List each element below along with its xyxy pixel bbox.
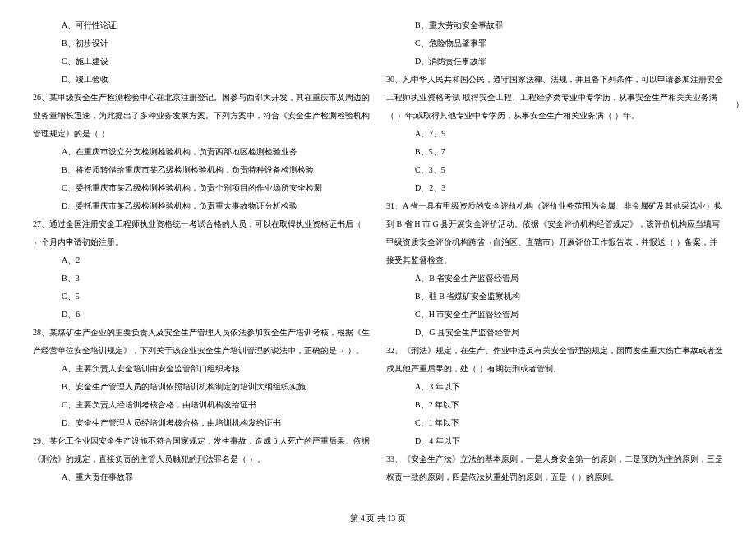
q25-option-c: C、施工建设 (33, 53, 370, 71)
q26-option-a: A、在重庆市设立分支检测检验机构，负责西部地区检测检验业务 (33, 143, 370, 161)
q31-stem: 31、A 省一具有甲级资质的安全评价机构（评价业务范围为金属、非金属矿及其他采选… (386, 197, 723, 269)
q31-option-a: A、B 省安全生产监督经管局 (386, 269, 723, 288)
left-column: A、可行性论证 B、初步设计 C、施工建设 D、竣工验收 26、某甲级安全生产检… (33, 16, 370, 486)
q32-option-b: B、2 年以下 (386, 396, 723, 414)
q29-option-a: A、重大责任事故罪 (33, 468, 370, 486)
q27-option-a: A、2 (33, 251, 370, 269)
q30-option-b: B、5、7 (386, 143, 723, 161)
page-content: A、可行性论证 B、初步设计 C、施工建设 D、竣工验收 26、某甲级安全生产检… (0, 0, 756, 511)
q30-option-c: C、3、5 (386, 161, 723, 179)
q27-option-d: D、6 (33, 306, 370, 324)
q29-option-c: C、危险物品肇事罪 (386, 35, 723, 53)
q31-option-d: D、G 县安全生产监督经管局 (386, 324, 723, 342)
q28-option-b: B、安全生产管理人员的培训依照培训机构制定的培训大纲组织实施 (33, 378, 370, 396)
q32-option-d: D、4 年以下 (386, 432, 723, 450)
q27-option-c: C、5 (33, 288, 370, 306)
q30-option-d: D、2、3 (386, 179, 723, 197)
q32-option-a: A、3 年以下 (386, 378, 723, 396)
q31-option-b: B、驻 B 省煤矿安全监察机构 (386, 288, 723, 306)
q28-option-a: A、主要负责人安全培训由安全监管部门组织考核 (33, 360, 370, 378)
q30-stem: 30、凡中华人民共和国公民，遵守国家法律、法规，并且备下列条件，可以申请参加注册… (386, 71, 723, 125)
q25-option-a: A、可行性论证 (33, 16, 370, 35)
q32-stem: 32、《刑法》规定，在生产、作业中违反有关安全管理的规定，因而发生重大伤亡事故或… (386, 342, 723, 378)
q26-option-d: D、委托重庆市某乙级检测检验机构，负责重大事故物证分析检验 (33, 197, 370, 215)
q32-option-c: C、1 年以下 (386, 414, 723, 432)
page-footer: 第 4 页 共 13 页 (0, 513, 756, 524)
paren-mark: ） (735, 99, 744, 110)
q25-option-b: B、初步设计 (33, 35, 370, 53)
q30-option-a: A、7、9 (386, 125, 723, 143)
q27-option-b: B、3 (33, 269, 370, 288)
q31-option-c: C、H 市安全生产监督经管局 (386, 306, 723, 324)
right-column: B、重大劳动安全事故罪 C、危险物品肇事罪 D、消防责任事故罪 30、凡中华人民… (386, 16, 723, 486)
q26-option-c: C、委托重庆市某乙级检测检验机构，负责个别项目的作业场所安全检测 (33, 179, 370, 197)
q26-stem: 26、某甲级安全生产检测检验中心在北京注册登记。因参与西部大开发，其在重庆市及周… (33, 89, 370, 143)
q26-option-b: B、将资质转借给重庆市某乙级检测检验机构，负责特种设备检测检验 (33, 161, 370, 179)
q27-stem: 27、通过全国注册安全工程师执业资格统一考试合格的人员，可以在取得执业资格证书后… (33, 215, 370, 251)
q33-stem: 33、《安全生产法》立法的基本原则，一是人身安全第一的原则，二是预防为主的原则，… (386, 450, 723, 486)
q28-stem: 28、某煤矿生产企业的主要负责人及安全生产管理人员依法参加安全生产培训考核，根据… (33, 324, 370, 360)
q29-option-b: B、重大劳动安全事故罪 (386, 16, 723, 35)
q28-option-c: C、主要负责人经培训考核合格，由培训机构发给证书 (33, 396, 370, 414)
q29-option-d: D、消防责任事故罪 (386, 53, 723, 71)
q25-option-d: D、竣工验收 (33, 71, 370, 89)
q28-option-d: D、安全生产管理人员经培训考核合格，由培训机构发给证书 (33, 414, 370, 432)
q29-stem: 29、某化工企业因安全生产设施不符合国家规定，发生事故，造成 6 人死亡的严重后… (33, 432, 370, 468)
